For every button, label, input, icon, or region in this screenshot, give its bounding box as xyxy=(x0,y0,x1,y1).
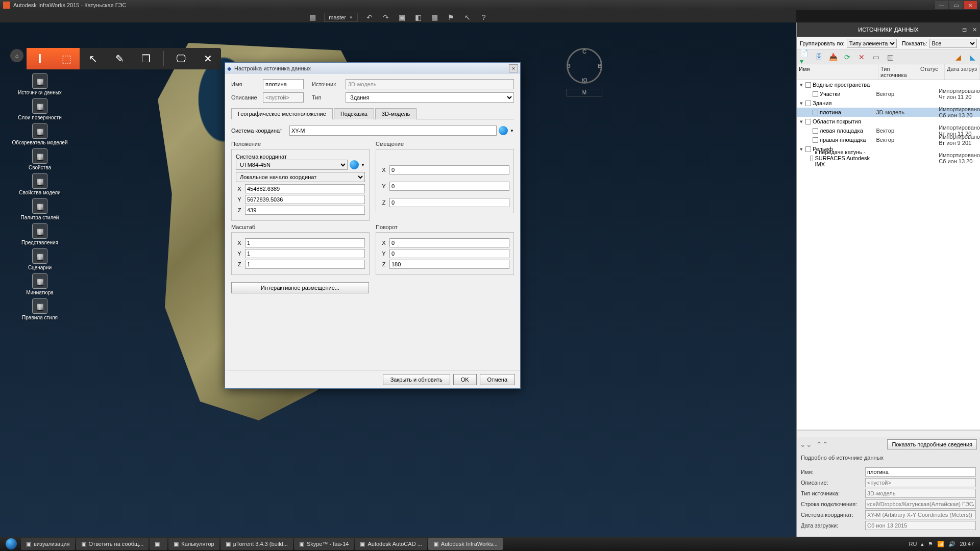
pos-z-input[interactable] xyxy=(245,206,365,215)
delete-icon[interactable]: ✕ xyxy=(857,53,866,62)
start-button[interactable] xyxy=(2,538,20,550)
checkbox[interactable] xyxy=(805,101,811,106)
help-icon[interactable]: ? xyxy=(479,13,488,22)
ok-button[interactable]: OK xyxy=(453,374,477,385)
taskbar-button[interactable]: ▣ xyxy=(150,538,167,550)
taskbar-button[interactable]: ▣визуализация xyxy=(21,538,75,550)
tab-geo[interactable]: Географическое местоположение xyxy=(231,108,333,119)
refresh-icon[interactable]: ⟳ xyxy=(843,53,852,62)
vtool-item[interactable]: ▦Обозреватель моделей xyxy=(14,123,65,145)
off-x-input[interactable] xyxy=(389,165,509,174)
remove-icon[interactable]: ▭ xyxy=(871,53,880,62)
checkbox[interactable] xyxy=(805,82,811,88)
filter-icon[interactable]: ◢ xyxy=(953,53,963,62)
off-z-input[interactable] xyxy=(389,198,509,207)
pin-icon[interactable]: ⊟ xyxy=(962,27,967,33)
vtool-item[interactable]: ▦Представления xyxy=(14,223,65,245)
expand-down-icon[interactable]: ⌄⌄ xyxy=(800,440,812,448)
system-tray[interactable]: RU ▴ ⚑ 📶 🔊 20:47 xyxy=(909,541,978,547)
cs-input[interactable] xyxy=(289,126,497,136)
home-button[interactable]: ⌂ xyxy=(10,49,23,62)
taskbar-button[interactable]: ▣Skype™ - faa-14 xyxy=(294,538,354,550)
col-type[interactable]: Тип источника xyxy=(878,64,918,80)
dialog-close-button[interactable]: × xyxy=(509,64,518,72)
taskbar-button[interactable]: ▣Autodesk InfraWorks... xyxy=(428,538,503,550)
ribbon-copy-icon[interactable]: ❐ xyxy=(133,48,159,69)
ribbon-monitor-icon[interactable]: 🖵 xyxy=(168,48,194,69)
tray-vol-icon[interactable]: 🔊 xyxy=(948,541,955,547)
tray-flag-icon[interactable]: ⚑ xyxy=(928,541,933,547)
type-select[interactable]: Здания xyxy=(346,92,514,103)
checkbox[interactable] xyxy=(813,110,818,115)
local-origin-select[interactable]: Локальное начало координат xyxy=(236,172,365,182)
checkbox[interactable] xyxy=(805,119,811,124)
globe-icon[interactable] xyxy=(350,160,359,169)
ribbon-select-icon[interactable]: ↖ xyxy=(80,48,106,69)
taskbar-button[interactable]: ▣Калькулятор xyxy=(168,538,219,550)
panel-icon[interactable]: ◧ xyxy=(414,13,423,22)
rot-x-input[interactable] xyxy=(389,238,509,247)
clock[interactable]: 20:47 xyxy=(960,541,974,547)
checkbox[interactable] xyxy=(813,128,818,134)
compass-widget[interactable]: СВЮЗ xyxy=(567,48,602,84)
vtool-item[interactable]: ▦Миниатюра xyxy=(14,273,65,295)
close-button[interactable]: ✕ xyxy=(964,1,977,9)
disclosure-icon[interactable]: ▾ xyxy=(799,118,804,125)
col-name[interactable]: Имя xyxy=(797,64,878,80)
pos-x-input[interactable] xyxy=(245,184,365,193)
import-icon[interactable]: 📥 xyxy=(828,53,838,62)
scale-y-input[interactable] xyxy=(245,249,365,258)
vtool-item[interactable]: ▦Свойства xyxy=(14,148,65,170)
rot-z-input[interactable] xyxy=(389,260,509,269)
vtool-item[interactable]: ▦Палитра стилей xyxy=(14,198,65,220)
tree-row[interactable]: правая площадкаВекторИмпортировано Вт ио… xyxy=(797,135,980,144)
scale-z-input[interactable] xyxy=(245,260,365,269)
lang-indicator[interactable]: RU xyxy=(909,541,917,547)
proposal-dropdown[interactable]: master ▼ xyxy=(324,13,358,22)
db-icon[interactable]: 🗄 xyxy=(814,53,823,62)
checkbox[interactable] xyxy=(813,137,818,143)
pos-y-input[interactable] xyxy=(245,195,365,204)
desc-input[interactable] xyxy=(263,92,304,103)
col-date[interactable]: Дата загруз xyxy=(945,64,980,80)
tray-net-icon[interactable]: 📶 xyxy=(937,541,944,547)
save-icon[interactable]: ▣ xyxy=(398,13,407,22)
tab-3dmodel[interactable]: 3D-модель xyxy=(375,108,416,119)
taskbar-button[interactable]: ▣µTorrent 3.4.3 (build... xyxy=(220,538,293,550)
scale-x-input[interactable] xyxy=(245,238,365,247)
taskbar-button[interactable]: ▣Ответить на сообщ... xyxy=(76,538,149,550)
panel-close-icon[interactable]: ✕ xyxy=(972,27,977,33)
globe-icon[interactable] xyxy=(499,126,508,135)
cs-inner-select[interactable]: UTM84-45N xyxy=(236,160,348,170)
taskbar-button[interactable]: ▣Autodesk AutoCAD ... xyxy=(355,538,427,550)
minimize-button[interactable]: — xyxy=(935,1,948,9)
flag-icon[interactable]: ⚑ xyxy=(447,13,456,22)
layers-icon[interactable]: ▤ xyxy=(308,13,317,22)
col-status[interactable]: Статус xyxy=(918,64,945,80)
vtool-item[interactable]: ▦Сценарии xyxy=(14,248,65,270)
expand-up-icon[interactable]: ⌃⌃ xyxy=(816,440,828,448)
dialog-titlebar[interactable]: ◆ Настройка источника данных × xyxy=(225,63,520,74)
cancel-button[interactable]: Отмена xyxy=(480,374,515,385)
ribbon-tools-icon[interactable]: ✕ xyxy=(194,48,221,69)
undo-icon[interactable]: ↶ xyxy=(365,13,374,22)
ribbon-draw-icon[interactable]: ✎ xyxy=(106,48,133,69)
tab-hint[interactable]: Подсказка xyxy=(334,108,374,119)
disclosure-icon[interactable]: ▾ xyxy=(799,82,804,88)
vtool-item[interactable]: ▦Свойства модели xyxy=(14,173,65,195)
d-name[interactable] xyxy=(865,467,976,477)
tree-row[interactable]: плотина3D-модельИмпортировано Сб ион 13 … xyxy=(797,108,980,117)
cursor-icon[interactable]: ↖ xyxy=(463,13,472,22)
show-select[interactable]: Все xyxy=(929,39,977,48)
disclosure-icon[interactable]: ▾ xyxy=(799,100,804,107)
d-desc[interactable] xyxy=(865,478,976,487)
tree-row[interactable]: к передаче катунь - SURFACES Autodesk IM… xyxy=(797,154,980,163)
vtool-item[interactable]: ▦Правила стиля xyxy=(14,298,65,320)
h-scrollbar[interactable] xyxy=(797,430,980,437)
feature-icon[interactable]: ▥ xyxy=(886,53,895,62)
datasource-tree[interactable]: Имя Тип источника Статус Дата загруз ▾Во… xyxy=(797,64,980,430)
tray-up-icon[interactable]: ▴ xyxy=(921,541,924,547)
grid-icon[interactable]: ▦ xyxy=(430,13,439,22)
checkbox[interactable] xyxy=(813,91,818,97)
ribbon-cube-icon[interactable]: ⬚ xyxy=(53,48,80,69)
